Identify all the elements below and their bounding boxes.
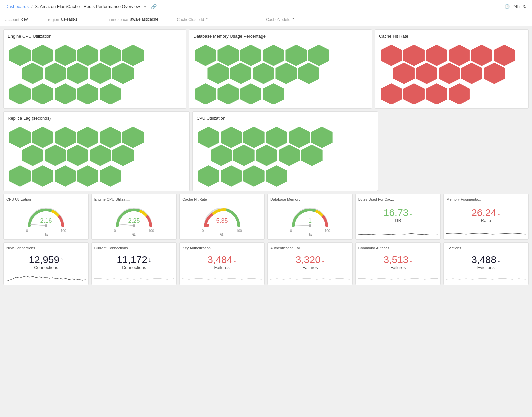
engine-cpu-gauge-title: Engine CPU Utilizati... [94,197,174,201]
svg-line-3 [119,224,134,226]
hex-cell [301,145,323,166]
evictions-card[interactable]: Evictions 3,488↓ Evictions [443,242,529,285]
cpu-util-gauge-minmax: 0 100 [26,229,66,233]
hex-cell [45,63,66,84]
hex-cell [256,145,277,166]
hex-cell [207,63,229,84]
down-arrow-icon: ↓ [497,256,500,263]
hex-cell [266,165,287,187]
cpu-util-gauge-svg: 2.16 [24,204,67,229]
link-icon[interactable]: 🔗 [151,4,157,9]
engine-cpu-panel[interactable]: Engine CPU Utilization [3,29,186,109]
breadcrumb-nav: Dashboards / 3. Amazon ElastiCache - Red… [5,4,157,9]
hex-row [381,83,470,104]
down-arrow-icon: ↓ [497,209,500,216]
region-value[interactable]: us-east-1 [61,17,101,22]
cluster-id-filter[interactable]: CacheClusterId * [177,17,259,22]
engine-cpu-gauge-card[interactable]: Engine CPU Utilizati... 2.25 0 100 % [91,194,177,240]
current-connections-unit: Connections [122,265,146,270]
bytes-used-value-wrap: 16.73↓ GB [358,203,438,227]
title-dropdown-arrow[interactable]: ▾ [144,4,146,9]
hex-cell [484,63,505,84]
filter-bar: account dev region us-east-1 namespace a… [0,13,532,26]
cache-hit-gauge-card[interactable]: Cache Hit Rate 5.35 0 100 % [179,194,265,240]
node-id-value[interactable]: * [293,17,346,22]
refresh-button[interactable]: ↻ [523,4,527,9]
svg-text:2.25: 2.25 [128,217,140,224]
auth-fail-sparkline [270,274,350,282]
cluster-id-value[interactable]: * [206,17,259,22]
hex-cell [233,145,255,166]
hex-cell [32,165,53,187]
region-filter[interactable]: region us-east-1 [48,17,101,22]
row2-spacer [381,111,529,191]
hex-cell [279,145,300,166]
hex-row [9,165,121,187]
new-connections-card[interactable]: New Connections 12,959↑ Connections [3,242,89,285]
up-arrow-icon: ↑ [60,256,63,263]
evictions-unit: Evictions [477,265,495,270]
hex-cell [240,83,261,104]
cache-hit-gauge-wrap: 5.35 0 100 % [182,204,262,237]
hex-cell [67,145,88,166]
namespace-value[interactable]: aws/elasticache [130,17,170,22]
key-auth-fail-sparkline [182,274,262,282]
db-memory-gauge-card[interactable]: Database Memory ... 1 0 100 % [267,194,353,240]
hex-cell [221,165,242,187]
key-auth-fail-unit: Failures [214,265,230,270]
engine-cpu-honeycomb [8,41,182,104]
current-connections-card[interactable]: Current Connections 11,172↓ Connections [91,242,177,285]
hex-cell [100,83,121,104]
honeycomb-row-1: Engine CPU Utilization [3,29,529,109]
hex-cell [253,63,274,84]
auth-fail-title: Authentication Failu... [270,246,350,250]
cmd-auth-value: 3,513↓ [383,254,412,265]
namespace-filter[interactable]: namespace aws/elasticache [107,17,170,22]
svg-point-9 [309,224,311,227]
gauge-max: 100 [325,229,330,233]
hex-cell [211,145,232,166]
svg-text:5.35: 5.35 [216,217,228,224]
cpu-util-gauge-card[interactable]: CPU Utilization 2.16 [3,194,89,240]
account-value[interactable]: dev [21,17,41,22]
hex-cell [217,83,239,104]
dashboard-title: 3. Amazon ElastiCache - Redis Performanc… [35,4,140,9]
region-label: region [48,17,59,22]
cmd-auth-card[interactable]: Command Authoriz... 3,513↓ Failures [355,242,441,285]
new-connections-value-wrap: 12,959↑ Connections [6,251,86,273]
db-memory-gauge-unit: % [308,233,312,237]
hex-cell [9,83,31,104]
memory-frag-value: 26.24↓ [471,207,500,218]
db-memory-gauge-minmax: 0 100 [290,229,330,233]
cmd-auth-title: Command Authoriz... [358,246,438,250]
auth-fail-value-wrap: 3,320↓ Failures [270,251,350,273]
top-nav-bar: Dashboards / 3. Amazon ElastiCache - Red… [0,0,532,13]
cmd-auth-value-wrap: 3,513↓ Failures [358,251,438,273]
namespace-label: namespace [107,17,128,22]
evictions-value-wrap: 3,488↓ Evictions [446,251,526,273]
hex-row [195,83,284,104]
memory-frag-card[interactable]: Memory Fragmenta... 26.24↓ Ratio [443,194,529,240]
replica-lag-title: Replica Lag (seconds) [8,116,185,121]
cache-hit-gauge-title: Cache Hit Rate [182,197,262,201]
node-id-filter[interactable]: CacheNodeId * [266,17,345,22]
dashboards-breadcrumb[interactable]: Dashboards [5,4,29,9]
replica-lag-panel[interactable]: Replica Lag (seconds) [3,111,190,191]
current-connections-title: Current Connections [94,246,174,250]
hex-cell [32,83,53,104]
memory-frag-unit: Ratio [481,218,491,223]
hex-cell [9,165,31,187]
cache-hit-gauge-unit: % [220,233,224,237]
key-auth-fail-card[interactable]: Key Authorization F... 3,484↓ Failures [179,242,265,285]
time-range-picker[interactable]: 🕐 -24h [504,4,520,9]
cpu-util-honeycomb-panel[interactable]: CPU Utilization [192,111,378,191]
replica-lag-honeycomb [8,123,185,187]
node-id-label: CacheNodeId [266,17,290,22]
cache-hit-panel[interactable]: Cache Hit Rate [375,29,529,109]
db-memory-panel[interactable]: Database Memory Usage Percentage [189,29,372,109]
account-label: account [5,17,19,22]
auth-fail-card[interactable]: Authentication Failu... 3,320↓ Failures [267,242,353,285]
account-filter[interactable]: account dev [5,17,41,22]
bytes-used-card[interactable]: Bytes Used For Cac... 16.73↓ GB [355,194,441,240]
cache-hit-gauge-svg: 5.35 [200,204,244,229]
